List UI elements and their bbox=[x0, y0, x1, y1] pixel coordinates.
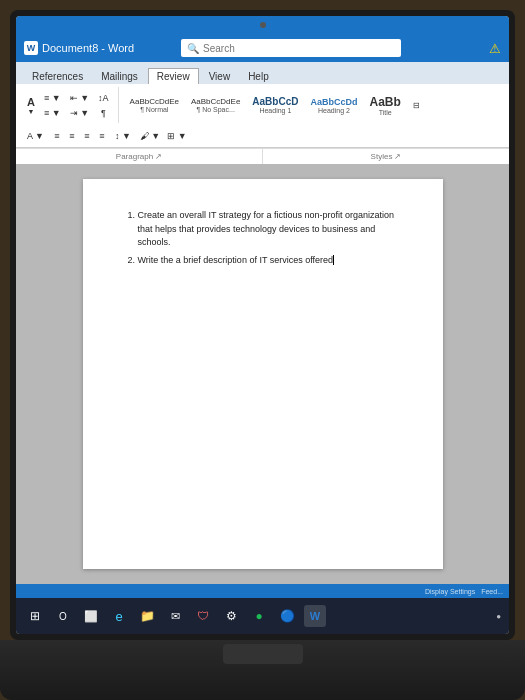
section-label-paragraph: Paragraph ↗ bbox=[16, 149, 263, 164]
styles-scroll-btn[interactable]: ⊟ bbox=[410, 99, 424, 112]
outdent-btn[interactable]: ⇤ ▼ bbox=[67, 91, 92, 105]
display-settings-label[interactable]: Display Settings bbox=[425, 588, 475, 595]
ribbon-top-row: A ▼ ≡ ▼ ≡ ▼ ⇤ ▼ ⇥ ▼ ↕A ¶ bbox=[16, 84, 509, 126]
ribbon-divider-1 bbox=[118, 87, 119, 123]
spacing-btns: ↕ ▼ bbox=[112, 129, 134, 143]
title-bar: W Document8 - Word 🔍 ⚠ bbox=[16, 34, 509, 62]
search-input[interactable] bbox=[203, 43, 395, 54]
font-color-btn[interactable]: A ▼ bbox=[24, 129, 47, 143]
warning-icon: ⚠ bbox=[489, 41, 501, 56]
document-title: Document8 - Word bbox=[42, 42, 134, 54]
align-btns: ↕A ¶ bbox=[95, 91, 112, 120]
align-left-btn[interactable]: ≡ bbox=[50, 129, 64, 143]
indent-btns: ⇤ ▼ ⇥ ▼ bbox=[67, 91, 92, 120]
taskbar-spotify-btn[interactable]: ● bbox=[248, 605, 270, 627]
os-topbar bbox=[16, 16, 509, 34]
styles-expand-icon[interactable]: ↗ bbox=[394, 152, 401, 161]
sort-btn[interactable]: ↕A bbox=[95, 91, 112, 105]
justify-btn[interactable]: ≡ bbox=[95, 129, 109, 143]
taskbar-mail-btn[interactable]: ✉ bbox=[164, 605, 186, 627]
list-numbers-btn[interactable]: ≡ ▼ bbox=[41, 106, 64, 120]
font-icon: A bbox=[27, 96, 35, 108]
status-bar: Display Settings Feed... bbox=[16, 584, 509, 598]
list-item: Create an overall IT strategy for a fict… bbox=[138, 209, 408, 250]
style-normal[interactable]: AaBbCcDdEe ¶ Normal bbox=[125, 94, 184, 116]
title-bar-right: ⚠ bbox=[489, 41, 501, 56]
styles-section: AaBbCcDdEe ¶ Normal AaBbCcDdEe ¶ No Spac… bbox=[125, 92, 501, 119]
taskbar: ⊞ O ⬜ e 📁 ✉ 🛡 ⚙ ● 🔵 W ● bbox=[16, 598, 509, 634]
style-heading1[interactable]: AaBbCcD Heading 1 bbox=[247, 93, 303, 117]
taskbar-edge-btn[interactable]: e bbox=[108, 605, 130, 627]
search-icon: 🔍 bbox=[187, 43, 199, 54]
trackpad[interactable] bbox=[223, 644, 303, 664]
tab-view[interactable]: View bbox=[201, 69, 239, 84]
align-right-btn[interactable]: ≡ bbox=[80, 129, 94, 143]
taskbar-taskview-btn[interactable]: ⬜ bbox=[80, 605, 102, 627]
taskbar-search-btn[interactable]: O bbox=[52, 605, 74, 627]
indent-btn[interactable]: ⇥ ▼ bbox=[67, 106, 92, 120]
taskbar-settings-btn[interactable]: ⚙ bbox=[220, 605, 242, 627]
laptop-bottom bbox=[0, 640, 525, 700]
style-heading2[interactable]: AaBbCcDd Heading 2 bbox=[305, 94, 362, 117]
text-cursor bbox=[333, 255, 334, 265]
feedback-label[interactable]: Feed... bbox=[481, 588, 503, 595]
pilcrow-btn[interactable]: ¶ bbox=[95, 106, 112, 120]
tab-help[interactable]: Help bbox=[240, 69, 277, 84]
taskbar-time: ● bbox=[496, 612, 501, 621]
search-box[interactable]: 🔍 bbox=[181, 39, 401, 57]
ribbon-bottom-row: A ▼ ≡ ≡ ≡ ≡ ↕ ▼ 🖌 ▼ ⊞ ▼ bbox=[16, 126, 509, 148]
list-btns: ≡ ▼ ≡ ▼ bbox=[41, 91, 64, 120]
taskbar-start-btn[interactable]: ⊞ bbox=[24, 605, 46, 627]
title-bar-left: W Document8 - Word bbox=[24, 41, 134, 55]
screen: W Document8 - Word 🔍 ⚠ References Mailin… bbox=[16, 16, 509, 634]
camera-dot bbox=[260, 22, 266, 28]
document-list: Create an overall IT strategy for a fict… bbox=[118, 209, 408, 267]
paragraph-expand-icon[interactable]: ↗ bbox=[155, 152, 162, 161]
taskbar-explorer-btn[interactable]: 📁 bbox=[136, 605, 158, 627]
ribbon-section-labels: Paragraph ↗ Styles ↗ bbox=[16, 148, 509, 164]
taskbar-word-btn[interactable]: W bbox=[304, 605, 326, 627]
word-app-icon: W bbox=[24, 41, 38, 55]
document-page[interactable]: Create an overall IT strategy for a fict… bbox=[83, 179, 443, 569]
font-btn[interactable]: A ▼ bbox=[24, 94, 38, 117]
laptop-frame: W Document8 - Word 🔍 ⚠ References Mailin… bbox=[10, 10, 515, 640]
borders-btn[interactable]: ⊞ ▼ bbox=[164, 129, 189, 143]
shading-btns: 🖌 ▼ ⊞ ▼ bbox=[137, 129, 190, 143]
list-bullets-btn[interactable]: ≡ ▼ bbox=[41, 91, 64, 105]
taskbar-security-btn[interactable]: 🛡 bbox=[192, 605, 214, 627]
tab-references[interactable]: References bbox=[24, 69, 91, 84]
taskbar-chrome-btn[interactable]: 🔵 bbox=[276, 605, 298, 627]
tab-mailings[interactable]: Mailings bbox=[93, 69, 146, 84]
shading-btn[interactable]: 🖌 ▼ bbox=[137, 129, 163, 143]
line-spacing-btn[interactable]: ↕ ▼ bbox=[112, 129, 134, 143]
align-row-btns: ≡ ≡ ≡ ≡ bbox=[50, 129, 109, 143]
align-center-btn[interactable]: ≡ bbox=[65, 129, 79, 143]
ribbon-tabs: References Mailings Review View Help bbox=[16, 62, 509, 84]
section-label-styles: Styles ↗ bbox=[263, 149, 509, 164]
ribbon-content: A ▼ ≡ ▼ ≡ ▼ ⇤ ▼ ⇥ ▼ ↕A ¶ bbox=[16, 84, 509, 164]
tab-review[interactable]: Review bbox=[148, 68, 199, 84]
style-nospace[interactable]: AaBbCcDdEe ¶ No Spac... bbox=[186, 94, 245, 116]
list-item: Write the a brief description of IT serv… bbox=[138, 254, 408, 268]
style-title[interactable]: AaBb Title bbox=[364, 92, 405, 119]
document-area: Create an overall IT strategy for a fict… bbox=[16, 164, 509, 584]
